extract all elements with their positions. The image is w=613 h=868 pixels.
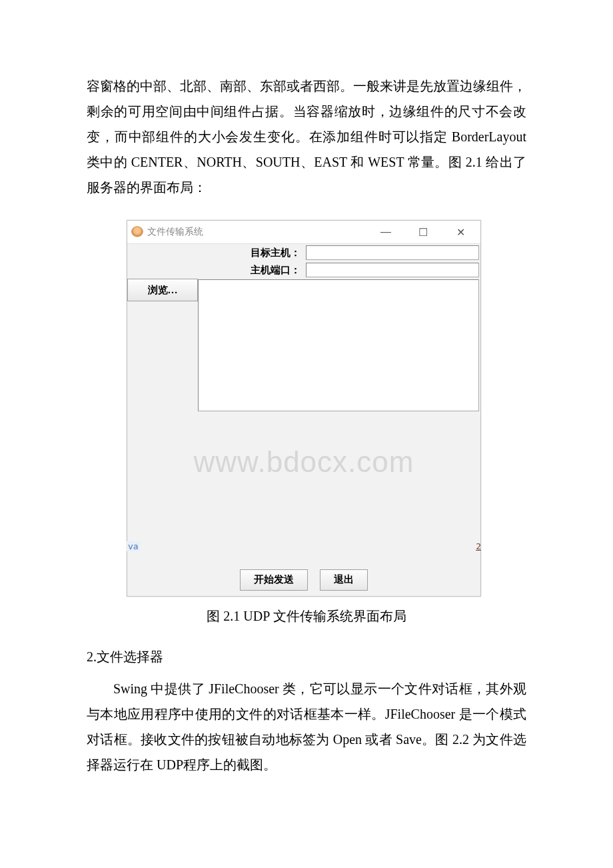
exit-button[interactable]: 退出 [320, 569, 368, 591]
watermark-text: www.bdocx.com [194, 445, 414, 479]
west-panel: 浏览… [127, 279, 198, 412]
port-row: 主机端口： [127, 261, 480, 279]
code-fragment-right: 2 [476, 541, 481, 551]
host-label: 目标主机： [127, 247, 306, 259]
paragraph-2: Swing 中提供了 JFileChooser 类，它可以显示一个文件对话框，其… [87, 676, 526, 777]
section-2-heading: 2.文件选择器 [87, 644, 526, 669]
figure-caption: 图 2.1 UDP 文件传输系统界面布局 [87, 607, 526, 625]
host-row: 目标主机： [127, 244, 480, 261]
host-input[interactable] [306, 245, 479, 260]
file-list-area[interactable] [198, 279, 479, 411]
code-fragment-left: va [127, 541, 140, 551]
window-titlebar: 文件传输系统 — ☐ ✕ [127, 221, 480, 244]
south-panel: 开始发送 退出 [127, 565, 480, 596]
port-label: 主机端口： [127, 264, 306, 277]
send-button[interactable]: 开始发送 [240, 569, 308, 591]
center-panel: 浏览… [127, 279, 480, 412]
browse-button[interactable]: 浏览… [127, 279, 198, 301]
window-title: 文件传输系统 [147, 226, 203, 238]
maximize-button[interactable]: ☐ [416, 226, 430, 239]
window-controls: — ☐ ✕ [379, 226, 476, 239]
java-icon [131, 226, 143, 238]
figure-2-1: 文件传输系统 — ☐ ✕ 目标主机： 主机端口： [127, 220, 480, 597]
java-swing-window: 文件传输系统 — ☐ ✕ 目标主机： 主机端口： [127, 220, 481, 597]
lower-panel: www.bdocx.com va 2 [127, 412, 480, 565]
close-button[interactable]: ✕ [454, 226, 467, 239]
form-panel: 目标主机： 主机端口： [127, 244, 480, 279]
paragraph-1: 容窗格的中部、北部、南部、东部或者西部。一般来讲是先放置边缘组件，剩余的可用空间… [87, 73, 526, 200]
minimize-button[interactable]: — [379, 226, 392, 239]
port-input[interactable] [306, 263, 479, 277]
document-page: 容窗格的中部、北部、南部、东部或者西部。一般来讲是先放置边缘组件，剩余的可用空间… [0, 0, 613, 817]
